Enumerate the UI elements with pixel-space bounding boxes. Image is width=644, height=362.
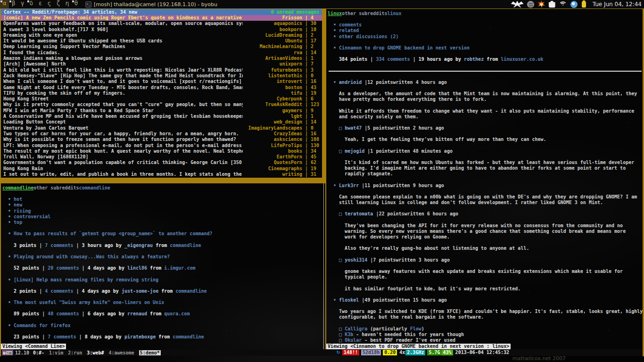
post-title-link[interactable]: Commands for firefox [14,323,70,328]
article-row[interactable]: Governments don't want a population capa… [1,160,322,165]
wifi-icon[interactable] [559,1,567,8]
comment-author[interactable]: floskel [339,297,359,303]
tmux-window-4[interactable]: 4:awesome [108,350,134,355]
comment-list-item: □ Calligra (particularly Flow) [328,326,643,332]
article-row[interactable]: [Arch] [Awesome] Northunixporn| 7 [1,61,322,67]
post-title-link[interactable]: Cinnamon to drop GNOME backend in next v… [339,45,470,50]
comments-link[interactable]: 7 comments [48,334,76,339]
article-row[interactable]: It would be awesome if Ubuntu shipped on… [1,38,322,44]
subreddit-link[interactable]: commandline [79,185,110,190]
article-row[interactable]: I found the cicadas.rva| 14 [1,50,322,56]
link[interactable]: Flow [410,326,421,331]
post-author[interactable]: lincl86 [127,265,147,271]
tmux-window-5[interactable]: 5:demo* [139,350,161,355]
comments-link[interactable]: 4 comments [45,288,73,294]
article-row[interactable]: LPT: When composing a professional e-mai… [1,143,322,148]
nav-link[interactable]: related [339,28,359,33]
article-row[interactable]: Two types of car horns for your car, a h… [1,131,322,137]
shape-icon[interactable] [549,1,555,8]
battery-icon[interactable] [582,1,586,8]
burst-icon[interactable] [537,0,545,8]
sort-link[interactable]: rising [14,208,31,214]
article-row[interactable]: Hong Kong StreetCyberpunk| 6 [1,96,322,102]
article-row[interactable]: Hong Kong RainCinemagraphs| 19 [1,166,322,172]
source-link[interactable]: commandline [173,334,204,339]
article-row[interactable]: A bit old but i still feel like this is … [1,67,322,73]
comments-link[interactable]: 20 comments [48,265,79,271]
comments-link[interactable]: 334 comments [376,57,410,62]
source-link[interactable]: commandline [170,243,201,248]
comments-link[interactable]: 40 comments [48,311,79,316]
comment-author[interactable]: andrioid [339,80,362,85]
tasklist-entry[interactable]: >_ [mosh] thallada@camel (192.168.1.10) … [85,1,217,8]
post-title-link[interactable]: Playing around with cowsay...Was this al… [14,254,170,259]
sort-link[interactable]: controversial [14,214,50,219]
comment-author[interactable]: Lurk3rr [339,183,359,188]
article-row[interactable]: Zack Hemsey-"Slave" [Hip Hop] The same g… [1,73,322,79]
article-row[interactable]: [comic] A new Zen Pencils comic using Ro… [1,15,322,21]
tag-η[interactable]: η [63,0,72,8]
article-row[interactable]: Why is it pretty commonly accepted that … [1,102,322,107]
post-author[interactable]: _eigengrau [124,243,153,248]
article-row[interactable]: Loading Button Conceptweb_design| 14 [1,119,322,125]
tag-ς[interactable]: ς [45,0,54,8]
tag-γ[interactable]: γ [18,0,27,8]
article-subreddit: TrueAskReddit [243,102,302,107]
sort-link[interactable]: hot [14,197,22,202]
tag-δ[interactable]: δ [27,0,36,8]
article-row[interactable]: When I call someone I don't want to, and… [1,79,322,84]
article-row[interactable]: Why is it possible to freeze semen and t… [1,137,322,142]
tag-θ[interactable]: θ [72,0,81,8]
current-subreddit-link[interactable]: commandline [2,185,33,190]
tag-α[interactable]: α [0,0,9,8]
source-link[interactable]: quora.com [164,311,190,316]
link[interactable]: K3b [345,332,353,337]
post-title-link[interactable]: The most useful "Swiss army knife" one-l… [14,300,164,305]
tag-ε[interactable]: ε [36,0,45,8]
article-row[interactable]: A Conservative MP and his wife have been… [1,114,322,119]
article-row[interactable]: Troll Wall, Norway [1680X1120]EarthPorn|… [1,154,322,160]
article-row[interactable]: Dreaming with one eye openLucidDreaming|… [1,33,322,38]
source-link[interactable]: commandline [175,288,206,294]
article-row[interactable]: OpenFarms wants your feedback on its sma… [1,21,322,26]
article-row[interactable]: I set out to write, edit, and publish a … [1,172,322,177]
sort-link[interactable]: new [14,202,22,207]
article-row[interactable]: TIFU by cooking the skin off of my finge… [1,90,322,96]
link[interactable]: Calligra [345,326,367,331]
sort-link[interactable]: top [14,220,22,225]
nav-link[interactable]: comments [339,22,362,27]
post-author[interactable]: robthez [464,57,484,62]
tag-β[interactable]: β [9,0,18,8]
tmux-window-2[interactable]: 2:run [68,350,82,355]
post-author[interactable]: rrenaud [127,311,147,316]
post-author[interactable]: pirateboxge [124,334,156,339]
post-author[interactable]: just-some-joe [122,288,158,294]
comment-author[interactable]: teratomata [345,211,373,216]
article-row[interactable]: The result of my most epic book hunt. A … [1,148,322,154]
article-row[interactable]: A sweet 3 level bookshelf.[717 X 960]boo… [1,27,322,33]
current-subreddit-link[interactable]: linux [328,11,342,16]
comment-author[interactable]: mejogid [345,148,364,154]
comments-link[interactable]: 7 comments [45,243,73,248]
subreddit-link[interactable]: linux [387,11,401,16]
post-title-link[interactable]: [Linux] Help mass renaming files by remo… [14,277,158,282]
tag-ζ[interactable]: ζ [54,0,63,8]
article-row[interactable]: MFW I win at Mario Party 7 thanks to a R… [1,108,322,114]
browser-icon[interactable] [570,1,578,8]
tmux-window-3[interactable]: 3:web# [87,350,104,355]
article-row[interactable]: Game Night at Good Life every Tuesday - … [1,85,322,90]
nav-link[interactable]: other discussions (2) [339,34,398,39]
article-row[interactable]: Amazon indians making a blowgun and pois… [1,56,322,61]
article-row[interactable]: Ventura by Juan Carlos BarquetImaginaryL… [1,125,322,131]
tmux-window-0[interactable]: 0:#- [33,350,44,355]
bird-icon[interactable] [511,1,524,8]
comment-author[interactable]: yoshi314 [345,257,367,263]
source-link[interactable]: i.imgur.com [164,265,195,271]
post-title-link[interactable]: How to pass results of `getent group <gr… [14,231,212,236]
comment-author[interactable]: bwat47 [345,125,362,131]
spotify-icon[interactable] [527,1,534,8]
link[interactable]: Okular [345,337,362,343]
tmux-window-1[interactable]: 1:vim [49,350,63,355]
source-link[interactable]: linuxuser.co.uk [501,57,543,62]
article-row[interactable]: Deep Learning using Support Vector Machi… [1,44,322,49]
